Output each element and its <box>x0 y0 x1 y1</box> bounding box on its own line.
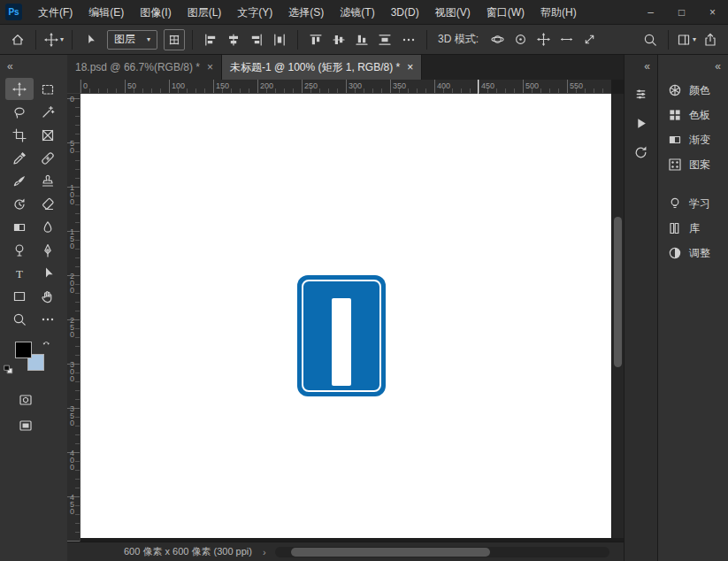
canvas[interactable] <box>80 94 611 538</box>
type-tool[interactable]: T <box>5 262 34 284</box>
close-button[interactable]: × <box>697 0 728 24</box>
zoom-tool[interactable] <box>5 308 34 330</box>
3d-scale-button[interactable] <box>579 29 600 50</box>
pen-tool[interactable] <box>34 239 62 261</box>
panel-adjust[interactable]: 调整 <box>658 241 728 265</box>
auto-select-dropdown[interactable]: 图层 ▾ <box>107 30 157 50</box>
menu-item[interactable]: 文件(F) <box>30 0 80 25</box>
healing-tool[interactable] <box>34 147 62 169</box>
align-center-h-button[interactable] <box>223 29 244 50</box>
hand-tool[interactable] <box>34 285 62 307</box>
menu-item[interactable]: 窗口(W) <box>479 0 533 25</box>
mode-icons-group <box>487 29 600 50</box>
foreground-color-chip[interactable] <box>15 342 32 358</box>
align-bottom-button[interactable] <box>351 29 372 50</box>
menu-item[interactable]: 编辑(E) <box>80 0 132 25</box>
align-right-button[interactable] <box>246 29 267 50</box>
properties-panel-button[interactable] <box>628 81 655 107</box>
panel-swatches[interactable]: 色板 <box>658 103 728 127</box>
menu-item[interactable]: 图像(I) <box>132 0 179 25</box>
history-panel-button[interactable] <box>628 139 655 165</box>
move-tool[interactable] <box>5 78 34 100</box>
blur-tool[interactable] <box>34 216 62 238</box>
3d-roll-button[interactable] <box>510 29 531 50</box>
menu-item[interactable]: 选择(S) <box>280 0 332 25</box>
crop-icon <box>12 128 27 142</box>
screen-mode-button[interactable] <box>11 414 40 436</box>
document-tab[interactable]: 18.psd @ 66.7%(RGB/8) *× <box>67 55 222 80</box>
3d-roll-icon <box>514 33 527 46</box>
expand-panels-icon[interactable]: « <box>715 60 721 73</box>
rectangle-tool[interactable] <box>5 285 34 307</box>
vertical-scrollbar[interactable] <box>611 94 624 538</box>
align-top-button[interactable] <box>305 29 326 50</box>
default-colors-icon <box>4 365 14 375</box>
tab-close-icon[interactable]: × <box>207 61 213 73</box>
horizontal-scrollbar-thumb[interactable] <box>291 548 490 557</box>
frame-tool[interactable] <box>34 124 62 146</box>
crop-tool[interactable] <box>5 124 34 146</box>
auto-select-button[interactable] <box>80 29 101 50</box>
search-icon <box>643 33 657 47</box>
ruler-number: 250 <box>304 81 318 90</box>
menu-item[interactable]: 文字(Y) <box>229 0 280 25</box>
lasso-tool[interactable] <box>5 101 34 123</box>
menu-item[interactable]: 帮助(H) <box>533 0 585 25</box>
3d-scale-icon <box>583 33 596 46</box>
status-chevron-icon[interactable]: › <box>263 547 266 557</box>
path-select-tool[interactable] <box>34 262 62 284</box>
3d-orbit-button[interactable] <box>487 29 508 50</box>
menu-item[interactable]: 滤镜(T) <box>332 0 382 25</box>
home-button[interactable] <box>7 29 28 50</box>
panel-color[interactable]: 颜色 <box>658 78 728 103</box>
tab-close-icon[interactable]: × <box>407 61 413 73</box>
collapse-tools-icon[interactable]: « <box>7 60 13 73</box>
minimize-button[interactable]: – <box>635 0 666 24</box>
dodge-tool[interactable] <box>5 239 34 261</box>
show-transform-controls-button[interactable] <box>164 29 185 50</box>
document-tab[interactable]: 未标题-1 @ 100% (矩形 1, RGB/8) *× <box>222 55 422 80</box>
rail-header: « <box>625 55 657 78</box>
horizontal-scrollbar[interactable] <box>275 547 609 557</box>
swap-colors-icon[interactable] <box>42 335 52 351</box>
eraser-tool[interactable] <box>34 193 62 215</box>
panel-gradient[interactable]: 渐变 <box>658 127 728 152</box>
quick-mask-button[interactable] <box>11 388 40 411</box>
panel-pattern[interactable]: 图案 <box>658 152 728 177</box>
zoom-icon <box>12 312 27 327</box>
default-colors-icon[interactable] <box>4 363 14 379</box>
panel-library[interactable]: 库 <box>658 216 728 241</box>
panel-label: 颜色 <box>689 83 710 98</box>
marquee-tool[interactable] <box>34 78 62 100</box>
history-brush-tool[interactable] <box>5 193 34 215</box>
more-align-options-button[interactable] <box>398 29 419 50</box>
workspace-button[interactable]: ▾ <box>676 29 697 50</box>
maximize-button[interactable]: □ <box>666 0 697 24</box>
distribute-h-button[interactable] <box>269 29 290 50</box>
vertical-scrollbar-thumb[interactable] <box>614 217 622 367</box>
3d-pan-button[interactable] <box>533 29 554 50</box>
home-icon <box>11 33 25 47</box>
menu-item[interactable]: 3D(D) <box>383 0 427 25</box>
search-button[interactable] <box>640 29 661 50</box>
menu-item[interactable]: 视图(V) <box>427 0 479 25</box>
expand-panels-icon[interactable]: « <box>644 60 650 73</box>
panel-learn[interactable]: 学习 <box>658 191 728 216</box>
ruler-number: 350 <box>393 81 406 90</box>
3d-slide-button[interactable] <box>556 29 577 50</box>
menu-item[interactable]: 图层(L) <box>180 0 230 25</box>
brush-tool[interactable] <box>5 170 34 192</box>
align-middle-button[interactable] <box>328 29 349 50</box>
tool-preset-button[interactable]: ▾ <box>43 29 65 50</box>
play-panel-button[interactable] <box>628 110 655 136</box>
blue-sign-shape[interactable] <box>297 275 386 396</box>
distribute-v-button[interactable] <box>374 29 395 50</box>
wand-tool[interactable] <box>34 101 62 123</box>
align-left-button[interactable] <box>200 29 221 50</box>
share-button[interactable] <box>700 29 721 50</box>
eyedropper-tool[interactable] <box>5 147 34 169</box>
stamp-tool[interactable] <box>34 170 62 192</box>
more-tool[interactable] <box>34 308 62 330</box>
gradient-tool[interactable] <box>5 216 34 238</box>
ruler-number: 350 <box>70 405 77 427</box>
